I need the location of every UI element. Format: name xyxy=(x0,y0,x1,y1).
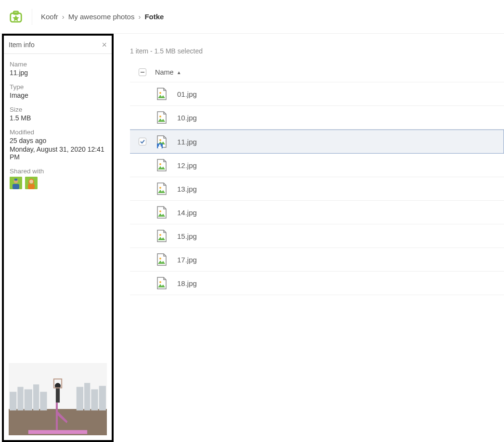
image-file-icon xyxy=(155,158,168,172)
select-all-checkbox[interactable] xyxy=(139,68,146,76)
file-name: 13.jpg xyxy=(177,185,197,193)
breadcrumb-current: Fotke xyxy=(144,13,164,21)
type-value: Image xyxy=(10,91,106,99)
file-row[interactable]: 14.jpg xyxy=(130,201,504,224)
image-file-icon xyxy=(155,182,168,195)
panel-title: Item info xyxy=(9,41,35,49)
file-row[interactable]: 12.jpg xyxy=(130,154,504,177)
svg-rect-5 xyxy=(13,184,19,189)
breadcrumb: Koofr › My awesome photos › Fotke xyxy=(41,13,164,21)
svg-rect-22 xyxy=(56,388,60,403)
svg-rect-12 xyxy=(10,392,16,411)
close-icon[interactable]: × xyxy=(102,40,107,49)
svg-rect-13 xyxy=(17,387,23,411)
file-name: 12.jpg xyxy=(177,161,197,169)
name-field: Name 11.jpg xyxy=(10,61,106,77)
file-row[interactable]: 11.jpg xyxy=(130,130,504,154)
panel-header: Item info × xyxy=(4,36,112,54)
file-row[interactable]: 17.jpg xyxy=(130,248,504,272)
file-name: 18.jpg xyxy=(177,279,197,287)
breadcrumb-folder[interactable]: My awesome photos xyxy=(68,13,135,21)
svg-rect-15 xyxy=(33,384,39,410)
size-value: 1.5 MB xyxy=(10,114,106,122)
file-list: 01.jpg10.jpg11.jpg12.jpg13.jpg14.jpg15.j… xyxy=(130,82,504,295)
modified-field: Modified 25 days ago Monday, August 31, … xyxy=(10,129,106,161)
svg-rect-25 xyxy=(141,72,144,73)
app-logo[interactable] xyxy=(9,10,23,24)
top-bar: Koofr › My awesome photos › Fotke xyxy=(0,0,504,34)
avatar[interactable] xyxy=(25,177,38,189)
file-row[interactable]: 13.jpg xyxy=(130,177,504,201)
svg-rect-11 xyxy=(28,430,87,434)
svg-rect-8 xyxy=(28,184,35,189)
breadcrumb-root[interactable]: Koofr xyxy=(41,13,58,21)
file-row[interactable]: 01.jpg xyxy=(130,82,504,106)
image-file-icon xyxy=(155,87,168,101)
file-name: 11.jpg xyxy=(177,138,197,146)
file-row[interactable]: 10.jpg xyxy=(130,106,504,130)
chevron-right-icon: › xyxy=(62,13,65,21)
svg-rect-20 xyxy=(99,386,106,410)
svg-rect-17 xyxy=(77,387,83,411)
main-area: 1 item - 1.5 MB selected Name ▲ 01.jpg10… xyxy=(116,34,504,442)
divider xyxy=(32,9,32,25)
svg-rect-16 xyxy=(40,392,47,411)
svg-rect-19 xyxy=(91,390,98,411)
file-row[interactable]: 15.jpg xyxy=(130,224,504,248)
selection-status: 1 item - 1.5 MB selected xyxy=(130,47,504,55)
column-name[interactable]: Name ▲ xyxy=(155,68,181,76)
list-header: Name ▲ xyxy=(130,65,504,82)
shared-with-field: Shared with xyxy=(10,168,106,189)
modified-relative: 25 days ago xyxy=(10,137,106,144)
avatar[interactable] xyxy=(10,177,22,189)
svg-rect-14 xyxy=(25,390,32,411)
svg-rect-4 xyxy=(14,179,17,181)
svg-rect-18 xyxy=(84,383,90,410)
row-checkbox[interactable] xyxy=(139,138,146,145)
type-field: Type Image xyxy=(10,83,106,99)
file-name: 01.jpg xyxy=(177,90,197,98)
item-info-panel: Item info × Name 11.jpg Type Image Size … xyxy=(2,34,114,442)
sort-asc-icon: ▲ xyxy=(177,70,181,75)
chevron-right-icon: › xyxy=(138,13,141,21)
size-field: Size 1.5 MB xyxy=(10,106,106,122)
column-name-label: Name xyxy=(155,68,174,76)
file-name: 14.jpg xyxy=(177,208,197,217)
name-label: Name xyxy=(10,61,106,68)
size-label: Size xyxy=(10,106,106,113)
modified-label: Modified xyxy=(10,129,106,136)
svg-point-7 xyxy=(29,180,33,183)
image-file-icon xyxy=(155,135,168,148)
image-file-icon xyxy=(155,276,168,290)
type-label: Type xyxy=(10,83,106,91)
image-file-icon xyxy=(155,229,168,243)
modified-absolute: Monday, August 31, 2020 12:41 PM xyxy=(10,145,106,161)
shared-with-label: Shared with xyxy=(10,168,106,175)
file-row[interactable]: 18.jpg xyxy=(130,272,504,295)
svg-rect-24 xyxy=(56,403,58,430)
image-file-icon xyxy=(155,111,168,124)
thumbnail-preview[interactable] xyxy=(9,363,107,435)
image-file-icon xyxy=(155,253,168,266)
name-value: 11.jpg xyxy=(10,69,106,77)
file-name: 15.jpg xyxy=(177,232,197,240)
file-name: 17.jpg xyxy=(177,256,197,264)
file-name: 10.jpg xyxy=(177,114,197,122)
image-file-icon xyxy=(155,206,168,219)
